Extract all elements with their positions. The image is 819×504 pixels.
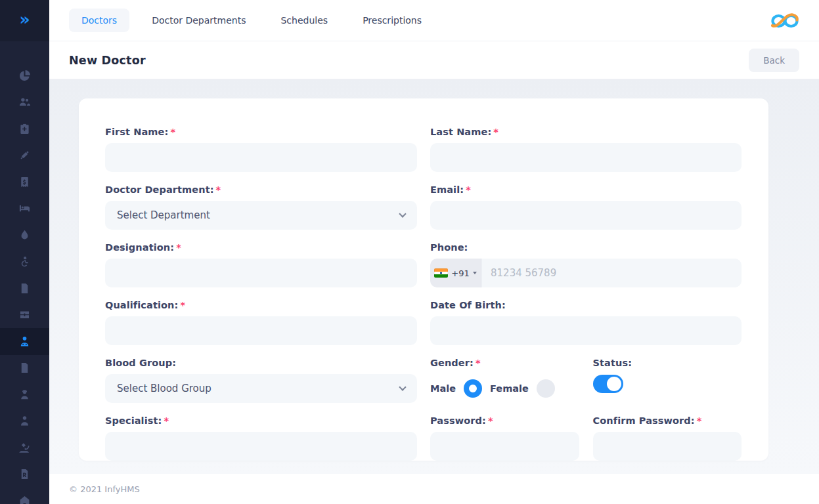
bed-icon <box>18 202 31 215</box>
gender-status-row: Gender:* Male Female Status: <box>430 357 742 403</box>
headset-person-icon <box>18 388 31 401</box>
field-blood-group: Blood Group: Select Blood Group <box>105 357 417 403</box>
file-icon <box>18 282 31 295</box>
designation-input[interactable] <box>105 259 417 287</box>
sidebar-item-vaccinations[interactable] <box>0 142 49 169</box>
sidebar-item-laboratory[interactable] <box>0 434 49 461</box>
invoice-icon <box>18 176 31 188</box>
designation-label: Designation:* <box>105 242 417 254</box>
gender-radio-male[interactable] <box>464 379 482 398</box>
sidebar-item-billing[interactable] <box>0 169 49 196</box>
back-button[interactable]: Back <box>749 49 799 72</box>
first-name-label: First Name:* <box>105 126 417 138</box>
footer: © 2021 InfyHMS <box>49 474 819 504</box>
doctor-icon <box>18 335 31 348</box>
new-doctor-form: First Name:* Last Name:* Doctor Departme… <box>105 126 742 461</box>
gender-label: Gender:* <box>430 357 579 369</box>
date-of-birth-input[interactable] <box>430 316 742 345</box>
specialist-label: Specialist:* <box>105 415 417 427</box>
email-input[interactable] <box>430 201 742 230</box>
password-input[interactable] <box>430 432 579 461</box>
gender-radio-group: Male Female <box>430 374 579 403</box>
field-last-name: Last Name:* <box>430 126 742 172</box>
field-password: Password:* <box>430 415 579 461</box>
sidebar-nav <box>0 41 49 504</box>
confirm-password-input[interactable] <box>593 432 742 461</box>
blood-group-select[interactable]: Select Blood Group <box>105 374 417 403</box>
chevron-down-icon <box>399 210 406 217</box>
sidebar-item-documents[interactable] <box>0 275 49 302</box>
specialist-input[interactable] <box>105 432 417 461</box>
required-marker: * <box>697 415 702 426</box>
droplet-icon <box>18 229 31 242</box>
field-qualification: Qualification:* <box>105 299 417 345</box>
infinity-logo-icon[interactable] <box>770 10 799 30</box>
dial-code-selector[interactable]: +91 <box>430 259 481 287</box>
app-window: Doctors Doctor Departments Schedules Pre… <box>0 0 819 504</box>
field-specialist: Specialist:* <box>105 415 417 461</box>
doctor-department-label: Doctor Department:* <box>105 184 417 196</box>
caret-down-icon <box>473 272 477 274</box>
tab-prescriptions[interactable]: Prescriptions <box>350 9 434 32</box>
rx-file-icon <box>18 468 31 480</box>
blood-group-label: Blood Group: <box>105 357 417 369</box>
tab-schedules[interactable]: Schedules <box>268 9 340 32</box>
sidebar-item-medicines[interactable] <box>0 302 49 329</box>
last-name-label: Last Name:* <box>430 126 742 138</box>
sidebar <box>0 0 49 504</box>
topbar: Doctors Doctor Departments Schedules Pre… <box>49 0 819 41</box>
status-toggle[interactable] <box>593 375 623 393</box>
users-icon <box>18 96 31 108</box>
sidebar-item-case-reports[interactable] <box>0 355 49 382</box>
new-doctor-form-card: First Name:* Last Name:* Doctor Departme… <box>79 98 768 461</box>
required-marker: * <box>216 184 221 195</box>
main-area: Doctors Doctor Departments Schedules Pre… <box>49 0 819 504</box>
sidebar-item-receptionists[interactable] <box>0 381 49 408</box>
required-marker: * <box>476 358 481 368</box>
last-name-input[interactable] <box>430 143 742 172</box>
gender-option-female-label: Female <box>490 383 529 394</box>
top-tabs: Doctors Doctor Departments Schedules Pre… <box>69 9 434 32</box>
dial-code: +91 <box>451 268 469 278</box>
sidebar-item-hospital[interactable] <box>0 488 49 504</box>
sidebar-item-blood-bank[interactable] <box>0 222 49 249</box>
toggle-knob-icon <box>607 377 621 391</box>
page-header: New Doctor Back <box>49 41 819 79</box>
page-title: New Doctor <box>69 54 146 67</box>
tab-doctors[interactable]: Doctors <box>69 9 129 32</box>
sidebar-item-patients[interactable] <box>0 89 49 116</box>
sidebar-item-prescriptions[interactable] <box>0 461 49 488</box>
pie-chart-icon <box>18 70 31 82</box>
required-marker: * <box>176 242 181 253</box>
doctor-department-select[interactable]: Select Department <box>105 201 417 230</box>
required-marker: * <box>170 127 175 137</box>
sidebar-item-staff[interactable] <box>0 408 49 435</box>
phone-input[interactable] <box>481 259 742 287</box>
tab-doctor-departments[interactable]: Doctor Departments <box>139 9 258 32</box>
field-doctor-department: Doctor Department:* Select Department <box>105 184 417 230</box>
india-flag-icon <box>434 268 448 278</box>
copyright-text: © 2021 InfyHMS <box>69 484 140 494</box>
sidebar-item-appointments[interactable] <box>0 116 49 142</box>
required-marker: * <box>164 415 169 426</box>
building-icon <box>18 495 31 504</box>
field-status: Status: <box>593 357 742 403</box>
first-name-input[interactable] <box>105 143 417 172</box>
microscope-icon <box>18 442 31 454</box>
qualification-input[interactable] <box>105 316 417 345</box>
status-label: Status: <box>593 357 742 369</box>
doctor-department-selected-value: Select Department <box>117 209 210 221</box>
sidebar-item-patient-cases[interactable] <box>0 249 49 276</box>
password-row: Password:* Confirm Password:* <box>430 415 742 461</box>
cabinet-icon <box>18 308 31 321</box>
field-phone: Phone: +91 <box>430 242 742 287</box>
gender-radio-female[interactable] <box>537 379 555 398</box>
syringe-icon <box>18 149 31 161</box>
qualification-label: Qualification:* <box>105 299 417 312</box>
phone-input-group: +91 <box>430 259 742 287</box>
sidebar-item-dashboard[interactable] <box>0 62 49 89</box>
sidebar-collapse-button[interactable] <box>0 0 49 41</box>
sidebar-item-bed-management[interactable] <box>0 196 49 222</box>
double-chevron-right-icon <box>19 11 30 28</box>
sidebar-item-doctors[interactable] <box>0 328 49 355</box>
